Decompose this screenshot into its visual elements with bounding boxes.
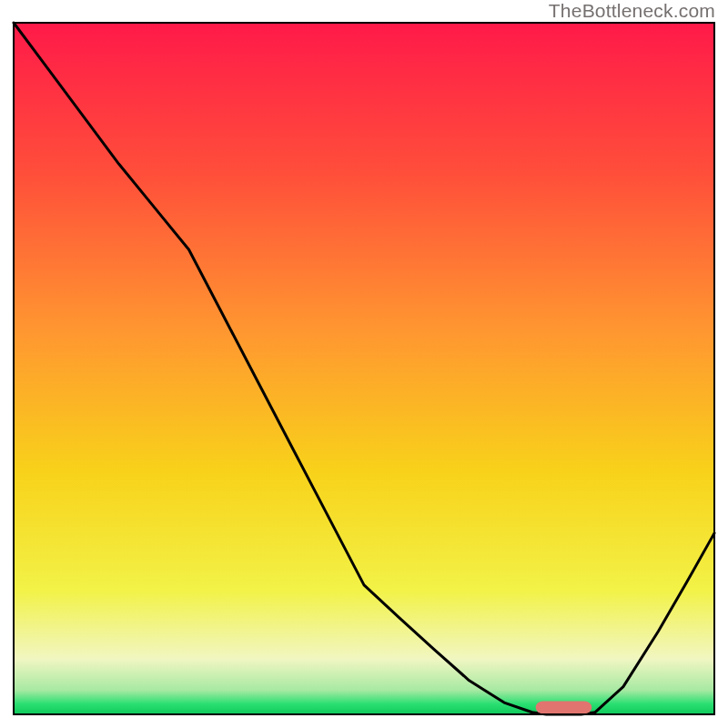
watermark-text: TheBottleneck.com bbox=[549, 0, 715, 22]
bottleneck-chart bbox=[0, 0, 728, 728]
plot-background bbox=[14, 23, 714, 714]
flat-bottom-marker bbox=[536, 702, 592, 714]
